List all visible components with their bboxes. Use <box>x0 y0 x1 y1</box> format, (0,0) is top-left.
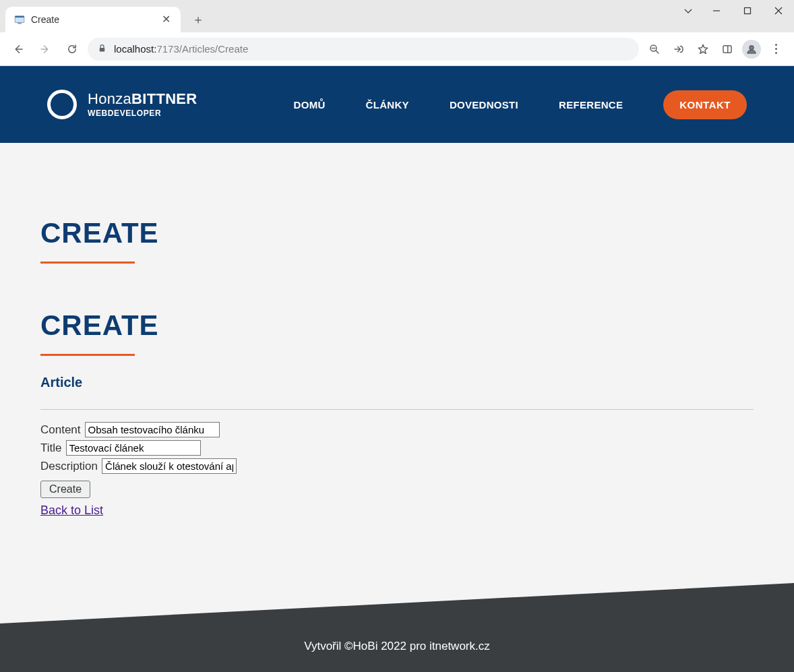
svg-rect-1 <box>15 16 24 18</box>
svg-rect-3 <box>19 23 21 24</box>
separator <box>40 409 754 410</box>
url-path: 7173/Articles/Create <box>156 43 248 55</box>
site-footer-wrap: Vytvořil ©HoBi 2022 pro itnetwork.cz <box>0 583 794 672</box>
window-minimize-button[interactable] <box>701 0 732 22</box>
nav-reload-button[interactable] <box>61 38 84 61</box>
nav-back-button[interactable] <box>7 38 30 61</box>
bookmark-star-icon[interactable] <box>692 38 714 61</box>
brand-first: Honza <box>88 90 131 107</box>
footer-text: Vytvořil ©HoBi 2022 pro itnetwork.cz <box>304 640 490 652</box>
viewport: HonzaBITTNER WEBDEVELOPER DOMŮ ČLÁNKY DO… <box>0 66 794 672</box>
brand-last: BITTNER <box>131 90 197 107</box>
description-input[interactable] <box>102 458 237 474</box>
site-footer: Vytvořil ©HoBi 2022 pro itnetwork.cz <box>0 623 794 672</box>
address-bar[interactable]: localhost:7173/Articles/Create <box>88 38 639 61</box>
lock-icon <box>97 43 107 55</box>
content-field-row: Content <box>40 422 754 437</box>
window-maximize-button[interactable] <box>732 0 763 22</box>
content-label: Content <box>40 423 81 437</box>
title-field-row: Title <box>40 440 754 456</box>
page-content: CREATE CREATE Article Content Title Desc… <box>0 143 794 518</box>
nav-forward-button[interactable] <box>34 38 57 61</box>
tab-strip: Create ✕ ＋ <box>0 0 675 32</box>
nav-skills[interactable]: DOVEDNOSTI <box>450 99 518 111</box>
footer-slant <box>0 583 794 623</box>
browser-tab[interactable]: Create ✕ <box>5 7 181 32</box>
description-field-row: Description <box>40 458 754 474</box>
create-button[interactable]: Create <box>40 481 90 498</box>
back-to-list-link[interactable]: Back to List <box>40 503 103 517</box>
description-label: Description <box>40 460 98 473</box>
section-title: CREATE <box>40 309 754 342</box>
nav-contact-button[interactable]: KONTAKT <box>663 90 747 119</box>
url-text: localhost:7173/Articles/Create <box>114 43 630 55</box>
site-header: HonzaBITTNER WEBDEVELOPER DOMŮ ČLÁNKY DO… <box>0 66 794 143</box>
nav-home[interactable]: DOMŮ <box>294 99 326 111</box>
nav-references[interactable]: REFERENCE <box>559 99 623 111</box>
nav-articles[interactable]: ČLÁNKY <box>366 99 409 111</box>
zoom-icon[interactable] <box>643 38 666 61</box>
title-underline <box>40 262 135 264</box>
new-tab-button[interactable]: ＋ <box>187 9 209 30</box>
close-tab-icon[interactable]: ✕ <box>159 13 173 26</box>
brand-logo-icon <box>47 90 77 119</box>
brand-text: HonzaBITTNER WEBDEVELOPER <box>88 91 197 118</box>
content-input[interactable] <box>85 422 220 437</box>
entity-heading: Article <box>40 375 754 390</box>
browser-menu-button[interactable] <box>764 38 787 61</box>
window-close-button[interactable] <box>763 0 794 22</box>
window-controls <box>675 0 794 32</box>
tab-search-button[interactable] <box>675 0 701 22</box>
svg-point-8 <box>750 45 754 49</box>
brand[interactable]: HonzaBITTNER WEBDEVELOPER <box>47 90 197 119</box>
title-input[interactable] <box>66 440 201 456</box>
section-underline <box>40 354 135 356</box>
main-nav: DOMŮ ČLÁNKY DOVEDNOSTI REFERENCE KONTAKT <box>294 90 747 119</box>
avatar-icon <box>742 40 761 59</box>
share-icon[interactable] <box>667 38 690 61</box>
kebab-icon <box>766 44 785 54</box>
page-title: CREATE <box>40 217 754 249</box>
browser-title-bar: Create ✕ ＋ <box>0 0 794 32</box>
profile-button[interactable] <box>740 38 763 61</box>
side-panel-icon[interactable] <box>716 38 739 61</box>
tab-title: Create <box>31 14 154 25</box>
svg-rect-5 <box>100 47 105 51</box>
browser-toolbar: localhost:7173/Articles/Create <box>0 32 794 66</box>
brand-sub: WEBDEVELOPER <box>88 109 197 118</box>
svg-marker-9 <box>0 583 794 623</box>
favicon-icon <box>13 13 26 26</box>
svg-rect-4 <box>745 8 751 14</box>
url-scheme: localhost: <box>114 43 156 55</box>
title-label: Title <box>40 441 62 455</box>
toolbar-right-icons <box>643 38 787 61</box>
